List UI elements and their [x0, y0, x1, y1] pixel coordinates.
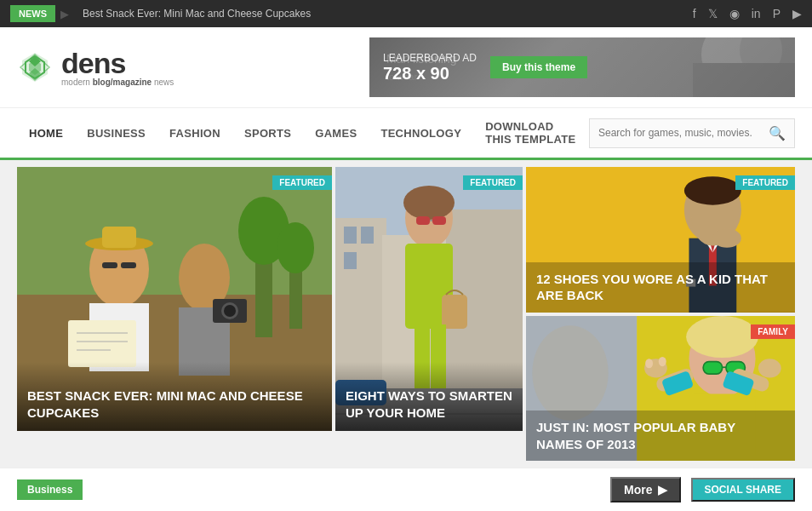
svg-point-64	[686, 316, 758, 358]
more-button[interactable]: More ▶	[610, 477, 680, 502]
linkedin-icon[interactable]: in	[752, 7, 761, 20]
featured-card-3[interactable]: FEATURED 12 SHOES YOU WORE AS A KID THAT…	[526, 167, 795, 313]
search-button[interactable]: 🔍	[760, 119, 794, 147]
featured-card-4[interactable]: FAMILY JUST IN: MOST POPULAR BABY NAMES …	[526, 316, 795, 462]
featured-badge-3: FEATURED	[735, 175, 795, 190]
featured-card-1[interactable]: FEATURED BEST SNACK EVER: MINI MAC AND C…	[17, 167, 332, 431]
nav-technology[interactable]: TECHNOLOGY	[369, 115, 473, 152]
nav-home[interactable]: HOME	[17, 115, 75, 152]
site-tagline: modern blog/magazine news	[61, 78, 174, 87]
card-overlay-3: 12 SHOES YOU WORE AS A KID THAT ARE BACK	[526, 262, 795, 313]
category-tag[interactable]: Business	[17, 479, 83, 500]
svg-rect-34	[344, 227, 357, 244]
svg-rect-6	[693, 63, 795, 97]
featured-badge-2: FEATURED	[463, 175, 523, 190]
nav-fashion[interactable]: FASHION	[157, 115, 232, 152]
svg-point-38	[403, 186, 455, 220]
nav-business[interactable]: BUSINESS	[75, 115, 157, 152]
svg-point-78	[532, 325, 608, 421]
logo-icon	[17, 49, 53, 85]
instagram-icon[interactable]: ◉	[729, 7, 740, 20]
svg-rect-39	[416, 216, 430, 225]
pinterest-icon[interactable]: P	[773, 7, 781, 20]
svg-rect-22	[68, 320, 136, 367]
svg-point-74	[659, 357, 666, 366]
svg-rect-35	[361, 227, 374, 244]
card-title-2: EIGHT WAYS TO SMARTEN UP YOUR HOME	[346, 388, 512, 421]
card-title-4: JUST IN: MOST POPULAR BABY NAMES OF 2013	[536, 419, 785, 452]
card-overlay-2: EIGHT WAYS TO SMARTEN UP YOUR HOME	[335, 362, 523, 431]
svg-rect-36	[344, 252, 357, 269]
nav-download[interactable]: DOWNLOAD THIS TEMPLATE	[473, 108, 589, 158]
svg-point-72	[758, 359, 781, 377]
bottom-bar: Business More ▶ SOCIAL SHARE	[0, 468, 812, 511]
site-header: dens modern blog/magazine news Man liste…	[0, 27, 812, 107]
nav-links: HOME BUSINESS FASHION SPORTS GAMES TECHN…	[17, 108, 589, 158]
ticker-text: Best Snack Ever: Mini Mac and Cheese Cup…	[83, 8, 311, 20]
svg-point-29	[277, 222, 314, 273]
ad-size: 728 x 90	[383, 64, 477, 83]
more-label: More	[624, 483, 652, 497]
nav-sports[interactable]: SPORTS	[232, 115, 303, 152]
card-overlay-4: JUST IN: MOST POPULAR BABY NAMES OF 2013	[526, 411, 795, 461]
card-title-1: BEST SNACK EVER: MINI MAC AND CHEESE CUP…	[27, 388, 322, 421]
family-badge: FAMILY	[751, 324, 795, 339]
featured-right: FEATURED 12 SHOES YOU WORE AS A KID THAT…	[526, 167, 795, 461]
svg-point-59	[684, 176, 741, 204]
ad-label: LEADERBOARD AD	[383, 52, 477, 64]
social-icons: f 𝕏 ◉ in P ▶	[693, 7, 802, 20]
twitter-icon[interactable]: 𝕏	[708, 7, 718, 20]
svg-rect-43	[442, 295, 467, 329]
svg-rect-20	[102, 262, 117, 268]
card-overlay-1: BEST SNACK EVER: MINI MAC AND CHEESE CUP…	[17, 362, 332, 431]
search-bar[interactable]: 🔍	[589, 118, 795, 148]
youtube-icon[interactable]: ▶	[792, 7, 802, 20]
featured-grid: FEATURED BEST SNACK EVER: MINI MAC AND C…	[0, 160, 812, 468]
facebook-icon[interactable]: f	[693, 7, 696, 20]
social-share-button[interactable]: SOCIAL SHARE	[691, 478, 795, 502]
svg-point-19	[224, 305, 236, 317]
logo[interactable]: dens modern blog/magazine news	[17, 49, 174, 87]
featured-badge-1: FEATURED	[272, 175, 332, 190]
ad-content: LEADERBOARD AD 728 x 90	[383, 52, 477, 83]
svg-point-73	[645, 359, 653, 368]
top-bar-left: News ▶ Best Snack Ever: Mini Mac and Che…	[10, 5, 311, 22]
svg-rect-21	[121, 262, 136, 268]
nav-games[interactable]: GAMES	[303, 115, 369, 152]
site-name: dens	[61, 49, 174, 78]
leaderboard-ad[interactable]: Man listening to wear LEADERBOARD AD 728…	[369, 37, 795, 97]
more-arrow-icon: ▶	[658, 483, 667, 497]
search-input[interactable]	[590, 121, 760, 145]
main-nav: HOME BUSINESS FASHION SPORTS GAMES TECHN…	[0, 107, 812, 160]
featured-card-2[interactable]: FEATURED EIGHT WAYS TO SMARTEN UP YOUR H…	[335, 167, 523, 431]
svg-rect-16	[102, 227, 136, 248]
svg-point-58	[712, 229, 741, 248]
card-title-3: 12 SHOES YOU WORE AS A KID THAT ARE BACK	[536, 271, 785, 304]
svg-rect-40	[432, 216, 446, 225]
svg-rect-65	[703, 361, 722, 374]
top-bar: News ▶ Best Snack Ever: Mini Mac and Che…	[0, 0, 812, 27]
news-badge[interactable]: News	[10, 5, 55, 22]
logo-text: dens modern blog/magazine news	[61, 49, 174, 87]
ad-buy-button[interactable]: Buy this theme	[490, 56, 587, 78]
